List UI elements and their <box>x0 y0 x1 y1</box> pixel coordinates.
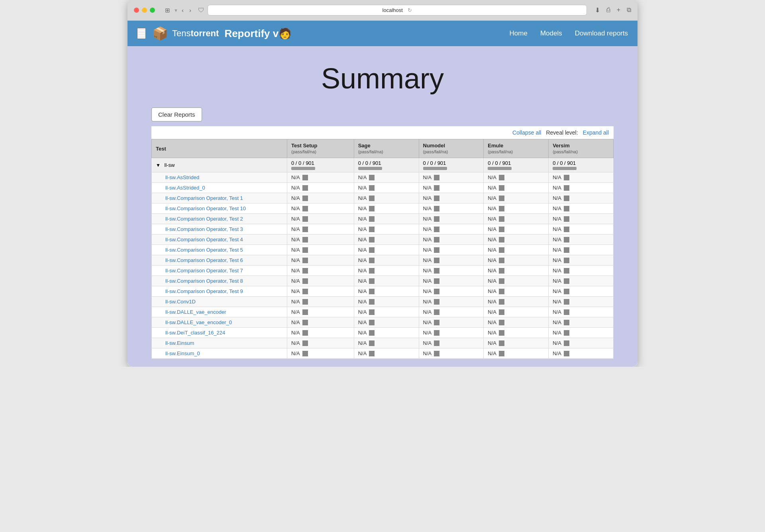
cell-sage: N/A <box>354 307 419 317</box>
table-row: ll-sw.AsStridedN/AN/AN/AN/AN/A <box>152 172 614 183</box>
test-link[interactable]: ll-sw.DALLE_vae_encoder_0 <box>156 319 232 325</box>
test-link[interactable]: ll-sw.Comparison Operator, Test 10 <box>156 205 246 211</box>
collapse-all-button[interactable]: Collapse all <box>512 129 541 136</box>
test-link[interactable]: ll-sw.Comparison Operator, Test 4 <box>156 237 243 243</box>
status-icon <box>564 206 569 211</box>
status-icon <box>434 320 439 325</box>
nav-home[interactable]: Home <box>510 29 528 37</box>
url-bar[interactable]: localhost ↻ <box>208 5 587 16</box>
test-link[interactable]: ll-sw.DeiT_classif_16_224 <box>156 330 225 336</box>
test-name-cell: ll-sw.Einsum <box>152 338 287 348</box>
status-icon <box>369 320 375 325</box>
cell-test_setup: N/A <box>287 297 354 307</box>
cell-sage: N/A <box>354 276 419 286</box>
status-icon <box>499 237 504 243</box>
table-row: ll-sw.Comparison Operator, Test 9N/AN/AN… <box>152 286 614 297</box>
test-name-cell: ll-sw.Comparison Operator, Test 6 <box>152 255 287 266</box>
back-btn[interactable]: ‹ <box>180 6 186 14</box>
cell-numodel: N/A <box>419 266 484 276</box>
cell-emule: N/A <box>484 348 549 359</box>
cell-sage: N/A <box>354 348 419 359</box>
cell-emule: N/A <box>484 245 549 255</box>
cell-sage: N/A <box>354 317 419 328</box>
clear-reports-button[interactable]: Clear Reports <box>151 108 202 121</box>
nav-models[interactable]: Models <box>540 29 562 37</box>
cell-test_setup: N/A <box>287 245 354 255</box>
download-icon[interactable]: ⬇ <box>595 6 600 14</box>
status-icon <box>302 278 308 284</box>
hamburger-menu-btn[interactable]: ☰ <box>137 28 146 39</box>
cell-versim: N/A <box>549 328 614 338</box>
cell-versim: N/A <box>549 224 614 235</box>
table-row: ll-sw.Comparison Operator, Test 7N/AN/AN… <box>152 266 614 276</box>
cell-numodel: N/A <box>419 276 484 286</box>
test-link[interactable]: ll-sw.Comparison Operator, Test 9 <box>156 288 243 294</box>
group-score-versim: 0 / 0 / 901 <box>549 158 614 172</box>
nav-download-reports[interactable]: Download reports <box>575 29 628 37</box>
cell-emule: N/A <box>484 203 549 214</box>
summary-table: Test Test Setup (pass/fail/na) Sage (pas… <box>151 139 614 359</box>
cell-numodel: N/A <box>419 172 484 183</box>
reload-icon: ↻ <box>408 7 412 13</box>
status-icon <box>434 206 439 211</box>
expand-all-button[interactable]: Expand all <box>583 129 609 136</box>
share-icon[interactable]: ⎙ <box>606 6 610 14</box>
test-link[interactable]: ll-sw.DALLE_vae_encoder <box>156 309 226 315</box>
cell-emule: N/A <box>484 286 549 297</box>
group-toggle-icon[interactable]: ▼ <box>156 162 161 168</box>
test-link[interactable]: ll-sw.Conv1D <box>156 299 196 305</box>
test-link[interactable]: ll-sw.Einsum <box>156 340 194 346</box>
group-score-bar-numodel <box>423 167 447 170</box>
table-row: ll-sw.Comparison Operator, Test 8N/AN/AN… <box>152 276 614 286</box>
status-icon <box>302 351 308 356</box>
forward-btn[interactable]: › <box>187 6 193 14</box>
cell-numodel: N/A <box>419 328 484 338</box>
status-icon <box>434 340 439 346</box>
reveal-level-label: Reveal level: <box>546 129 578 136</box>
status-icon <box>564 227 569 232</box>
test-link[interactable]: ll-sw.AsStrided <box>156 174 199 180</box>
test-link[interactable]: ll-sw.Comparison Operator, Test 6 <box>156 257 243 263</box>
cell-versim: N/A <box>549 172 614 183</box>
browser-titlebar: ⊞ ▼ ‹ › 🛡 localhost ↻ ⬇ ⎙ + ⧉ <box>128 0 638 21</box>
test-link[interactable]: ll-sw.Comparison Operator, Test 1 <box>156 195 243 201</box>
table-row: ll-sw.DALLE_vae_encoder_0N/AN/AN/AN/AN/A <box>152 317 614 328</box>
cell-test_setup: N/A <box>287 286 354 297</box>
test-link[interactable]: ll-sw.Comparison Operator, Test 8 <box>156 278 243 284</box>
status-icon <box>564 175 569 180</box>
cell-numodel: N/A <box>419 307 484 317</box>
cell-versim: N/A <box>549 183 614 193</box>
col-sage: Sage (pass/fail/na) <box>354 139 419 158</box>
test-link[interactable]: ll-sw.Comparison Operator, Test 7 <box>156 268 243 274</box>
tabs-icon[interactable]: ⧉ <box>627 6 631 14</box>
status-icon <box>434 258 439 263</box>
test-link[interactable]: ll-sw.Comparison Operator, Test 3 <box>156 226 243 232</box>
status-icon <box>369 289 375 294</box>
status-icon <box>434 247 439 253</box>
status-icon <box>302 206 308 211</box>
test-name-cell: ll-sw.Comparison Operator, Test 4 <box>152 235 287 245</box>
traffic-light-yellow[interactable] <box>142 8 147 13</box>
cell-sage: N/A <box>354 235 419 245</box>
navbar: ☰ 📦 Tenstorrent Reportify v🧑 Home Models… <box>128 21 638 46</box>
status-icon <box>302 227 308 232</box>
status-icon <box>302 299 308 305</box>
status-icon <box>564 268 569 274</box>
status-icon <box>564 237 569 243</box>
traffic-light-red[interactable] <box>134 8 139 13</box>
cell-test_setup: N/A <box>287 183 354 193</box>
sidebar-toggle-btn[interactable]: ⊞ <box>163 6 172 15</box>
status-icon <box>564 258 569 263</box>
cell-sage: N/A <box>354 224 419 235</box>
traffic-light-green[interactable] <box>150 8 155 13</box>
test-link[interactable]: ll-sw.Comparison Operator, Test 5 <box>156 247 243 253</box>
status-icon <box>302 175 308 180</box>
new-tab-icon[interactable]: + <box>617 6 620 14</box>
test-link[interactable]: ll-sw.AsStrided_0 <box>156 185 205 191</box>
cell-test_setup: N/A <box>287 307 354 317</box>
cell-versim: N/A <box>549 348 614 359</box>
test-link[interactable]: ll-sw.Comparison Operator, Test 2 <box>156 216 243 222</box>
test-name-cell: ll-sw.Einsum_0 <box>152 348 287 359</box>
test-link[interactable]: ll-sw.Einsum_0 <box>156 350 200 356</box>
status-icon <box>499 175 504 180</box>
